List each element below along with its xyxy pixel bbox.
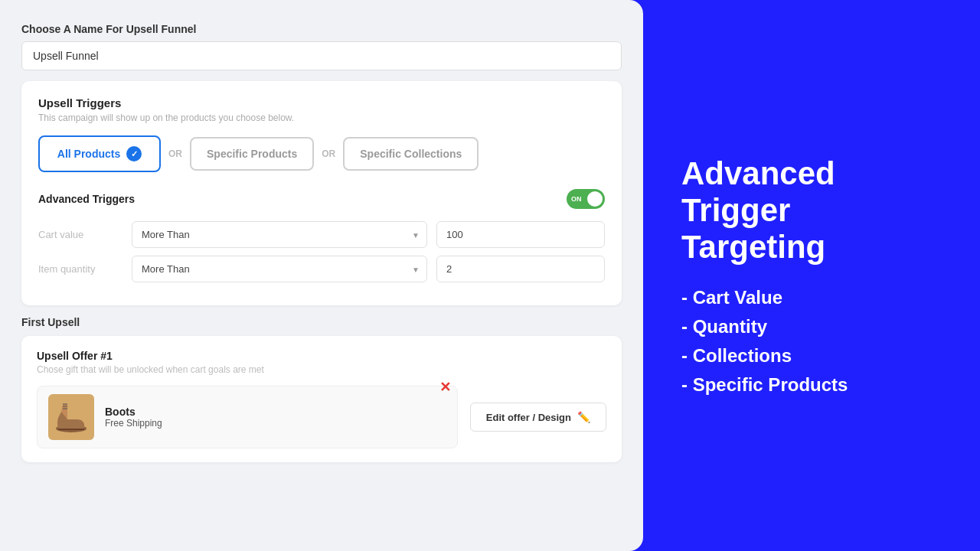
- item-quantity-select-wrapper: More Than Less Than Equal To ▼: [132, 256, 427, 282]
- right-list-item-specific: - Specific Products: [681, 374, 942, 396]
- right-list-item-quantity: - Quantity: [681, 316, 942, 337]
- remove-product-button[interactable]: ✕: [439, 380, 451, 394]
- right-list-item-collections: - Collections: [681, 345, 942, 367]
- item-quantity-input[interactable]: [436, 256, 605, 282]
- pencil-icon: ✏️: [577, 411, 590, 423]
- or-label-2: OR: [322, 148, 335, 159]
- triggers-card: Upsell Triggers This campaign will show …: [21, 81, 622, 305]
- funnel-name-input[interactable]: [21, 41, 622, 70]
- item-quantity-label: Item quantity: [38, 263, 122, 275]
- cart-value-label: Cart value: [38, 229, 122, 240]
- name-section: Choose A Name For Upsell Funnel: [21, 23, 622, 70]
- triggers-subtitle: This campaign will show up on the produc…: [38, 112, 605, 123]
- item-quantity-select[interactable]: More Than Less Than Equal To: [132, 256, 427, 282]
- advanced-triggers-label: Advanced Triggers: [38, 193, 135, 205]
- cart-value-row: Cart value More Than Less Than Equal To …: [38, 221, 605, 248]
- right-title: Advanced Trigger Targeting: [681, 155, 942, 266]
- triggers-title: Upsell Triggers: [38, 96, 605, 109]
- upsell-offer-subtitle: Chose gift that will be unlocked when ca…: [37, 364, 606, 375]
- first-upsell-label: First Upsell: [21, 316, 622, 328]
- advanced-triggers-row: Advanced Triggers ON: [38, 189, 605, 209]
- edit-offer-button[interactable]: Edit offer / Design ✏️: [470, 403, 606, 432]
- or-label-1: OR: [168, 148, 182, 159]
- product-item: ✕ Boots: [37, 386, 458, 448]
- right-panel: Advanced Trigger Targeting - Cart Value …: [643, 0, 980, 551]
- edit-offer-label: Edit offer / Design: [486, 412, 571, 423]
- upsell-offer-title: Upsell Offer #1: [37, 350, 606, 362]
- all-products-label: All Products: [57, 148, 120, 160]
- specific-products-button[interactable]: Specific Products: [190, 137, 314, 171]
- product-buttons-row: All Products ✓ OR Specific Products OR S…: [38, 135, 605, 172]
- specific-collections-button[interactable]: Specific Collections: [343, 137, 479, 171]
- toggle-on-text: ON: [571, 195, 582, 203]
- all-products-button[interactable]: All Products ✓: [38, 135, 161, 172]
- cart-value-select-wrapper: More Than Less Than Equal To ▼: [132, 221, 427, 248]
- product-info: Boots Free Shipping: [105, 406, 446, 429]
- cart-value-select[interactable]: More Than Less Than Equal To: [132, 221, 427, 248]
- specific-collections-label: Specific Collections: [360, 148, 462, 160]
- boot-icon: [51, 396, 92, 438]
- product-image: [48, 394, 94, 440]
- cart-value-input[interactable]: [436, 221, 605, 248]
- right-list-item-cart: - Cart Value: [681, 287, 942, 308]
- first-upsell-section: First Upsell Upsell Offer #1 Chose gift …: [21, 316, 622, 462]
- product-tag: Free Shipping: [105, 418, 446, 429]
- toggle-thumb: [587, 191, 603, 207]
- name-label: Choose A Name For Upsell Funnel: [21, 23, 622, 35]
- product-name: Boots: [105, 406, 446, 418]
- product-row: ✕ Boots: [37, 386, 606, 448]
- right-list: - Cart Value - Quantity - Collections - …: [681, 287, 942, 396]
- specific-products-label: Specific Products: [207, 148, 297, 160]
- upsell-card: Upsell Offer #1 Chose gift that will be …: [21, 336, 622, 462]
- item-quantity-row: Item quantity More Than Less Than Equal …: [38, 256, 605, 282]
- toggle-track: ON: [567, 189, 605, 209]
- advanced-triggers-toggle[interactable]: ON: [567, 189, 605, 209]
- check-circle-icon: ✓: [126, 146, 142, 161]
- left-panel: Choose A Name For Upsell Funnel Upsell T…: [0, 0, 643, 551]
